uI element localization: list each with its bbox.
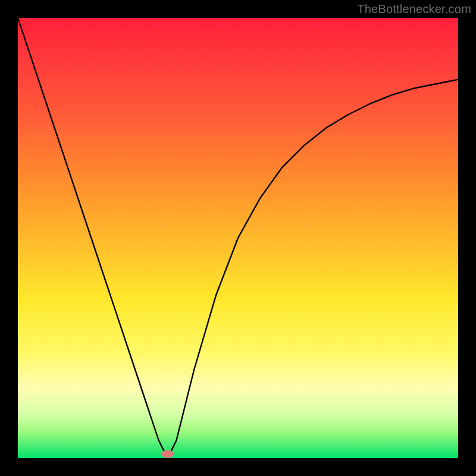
watermark-text: TheBottlenecker.com [357,2,471,16]
chart-frame: TheBottlenecker.com [0,0,476,476]
optimal-marker [161,450,174,458]
bottleneck-curve [18,18,458,458]
plot-area [18,18,458,458]
curve-svg [18,18,458,458]
